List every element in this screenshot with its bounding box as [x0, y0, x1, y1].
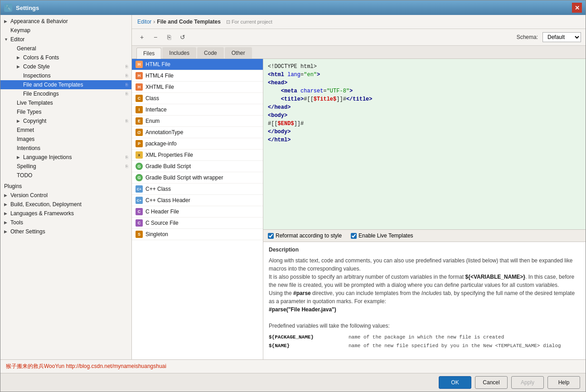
sidebar-item-todo[interactable]: TODO: [0, 171, 131, 180]
sidebar-label-todo: TODO: [17, 172, 32, 179]
file-item-singleton[interactable]: S Singleton: [132, 229, 263, 240]
file-item-c-header[interactable]: C C Header File: [132, 206, 263, 218]
sidebar-item-spelling[interactable]: Spelling ⎘: [0, 162, 131, 171]
reformat-label: Reformat according to style: [276, 232, 342, 239]
sidebar-item-file-types[interactable]: File Types: [0, 107, 131, 116]
sidebar-label-version-control: Version Control: [10, 192, 48, 198]
sidebar-item-emmet[interactable]: Emmet: [0, 126, 131, 135]
file-item-interface[interactable]: I Interface: [132, 104, 263, 116]
live-templates-checkbox-label[interactable]: Enable Live Templates: [351, 232, 413, 239]
sidebar-label-file-encodings: File Encodings: [23, 91, 59, 97]
sidebar-item-version-control[interactable]: ▶ Version Control: [0, 191, 131, 200]
live-templates-checkbox[interactable]: [351, 233, 357, 239]
file-item-package-info[interactable]: P package-info: [132, 138, 263, 150]
title-bar-left: 🔧 Settings: [4, 4, 39, 12]
sidebar-item-languages-frameworks[interactable]: ▶ Languages & Frameworks: [0, 209, 131, 218]
code-editor[interactable]: <!DOCTYPE html> <html lang="en"> <head> …: [263, 59, 586, 229]
copy-icon-inspections: ⎘: [126, 73, 128, 78]
sidebar-item-code-style[interactable]: ▶ Code Style ⎘: [0, 62, 131, 71]
file-item-c-source[interactable]: C C Source File: [132, 218, 263, 229]
options-bar: Reformat according to style Enable Live …: [263, 229, 586, 242]
expand-arrow-languages: ▶: [4, 211, 9, 216]
sidebar-item-file-code-templates[interactable]: ▶ File and Code Templates ⎘: [0, 80, 131, 89]
ok-button[interactable]: OK: [439, 376, 471, 389]
reformat-checkbox-label[interactable]: Reformat according to style: [268, 232, 342, 239]
file-item-html4[interactable]: H HTML4 File: [132, 70, 263, 82]
file-item-label-c-source: C Source File: [145, 220, 179, 226]
file-item-cpp-header[interactable]: C+ C++ Class Header: [132, 195, 263, 206]
sidebar-item-general[interactable]: General: [0, 44, 131, 53]
sidebar-item-file-encodings[interactable]: ▶ File Encodings ⎘: [0, 89, 131, 98]
enum-file-icon: E: [136, 117, 143, 125]
interface-file-icon: I: [136, 106, 143, 113]
apply-button[interactable]: Apply: [511, 376, 544, 389]
description-body: Along with static text, code and comment…: [269, 256, 580, 349]
cancel-button[interactable]: Cancel: [475, 376, 508, 389]
schema-dropdown[interactable]: Default Project: [542, 32, 581, 42]
expand-arrow-tools: ▶: [4, 220, 9, 225]
file-item-label-enum: Enum: [145, 118, 160, 124]
file-item-label-singleton: Singleton: [145, 231, 168, 237]
var-table: ${PACKAGE_NAME} name of the package in w…: [269, 334, 580, 349]
expand-arrow-build: ▶: [4, 202, 9, 207]
file-item-cpp-class[interactable]: C+ C++ Class: [132, 184, 263, 195]
sidebar-item-copyright[interactable]: ▶ Copyright ⎘: [0, 116, 131, 126]
tab-code[interactable]: Code: [197, 47, 224, 58]
sidebar-item-inspections[interactable]: ▶ Inspections ⎘: [0, 71, 131, 80]
close-button[interactable]: ✕: [572, 3, 582, 13]
sidebar-label-file-code-templates: File and Code Templates: [23, 82, 83, 88]
copy-icon-encodings: ⎘: [126, 92, 128, 96]
file-list: H HTML File H HTML4 File H XHTML File C …: [132, 59, 263, 359]
tab-other[interactable]: Other: [225, 47, 252, 58]
sidebar-item-plugins[interactable]: Plugins: [0, 182, 131, 191]
add-template-button[interactable]: +: [136, 32, 147, 43]
var-row-name: ${NAME} name of the new file specified b…: [269, 342, 580, 350]
sidebar-item-live-templates[interactable]: Live Templates: [0, 98, 131, 107]
xml-file-icon: X: [136, 151, 143, 159]
sidebar-item-build-execution[interactable]: ▶ Build, Execution, Deployment: [0, 200, 131, 209]
breadcrumb-parent[interactable]: Editor: [137, 19, 151, 25]
class-file-icon: C: [136, 95, 143, 102]
breadcrumb-current: File and Code Templates: [157, 19, 220, 25]
sidebar-item-tools[interactable]: ▶ Tools: [0, 218, 131, 227]
sidebar-item-language-injections[interactable]: ▶ Language Injections ⎘: [0, 153, 131, 162]
template-panel: H HTML File H HTML4 File H XHTML File C …: [132, 59, 586, 359]
file-item-label-package-info: package-info: [145, 140, 177, 147]
sidebar-item-appearance[interactable]: ▶ Appearance & Behavior: [0, 17, 131, 26]
sidebar-item-intentions[interactable]: Intentions: [0, 144, 131, 153]
file-item-class[interactable]: C Class: [132, 93, 263, 104]
copy-icon-copyright: ⎘: [126, 119, 128, 123]
copy-icon-spelling: ⎘: [126, 164, 128, 169]
sidebar-item-images[interactable]: Images: [0, 135, 131, 144]
xhtml-file-icon: H: [136, 83, 143, 91]
settings-window: 🔧 Settings ✕ ▶ Appearance & Behavior ▶ K…: [0, 0, 586, 392]
file-item-xhtml[interactable]: H XHTML File: [132, 82, 263, 93]
sidebar-label-appearance: Appearance & Behavior: [10, 18, 68, 24]
sidebar-label-file-types: File Types: [17, 109, 41, 115]
sidebar-label-keymap: Keymap: [10, 27, 30, 34]
file-item-xml-properties[interactable]: X XML Properties File: [132, 150, 263, 161]
remove-template-button[interactable]: −: [150, 32, 161, 43]
reformat-checkbox[interactable]: [268, 233, 274, 239]
sidebar-label-languages-frameworks: Languages & Frameworks: [10, 210, 74, 217]
sidebar-label-editor: Editor: [10, 36, 24, 43]
sidebar-label-live-templates: Live Templates: [17, 100, 53, 106]
help-button[interactable]: Help: [547, 376, 580, 389]
copy-icon-lang-inject: ⎘: [126, 155, 128, 160]
sidebar-item-keymap[interactable]: ▶ Keymap: [0, 26, 131, 35]
copy-template-button[interactable]: ⎘: [164, 32, 174, 43]
sidebar-item-other-settings[interactable]: ▶ Other Settings: [0, 227, 131, 236]
file-item-gradle-wrapper[interactable]: G Gradle Build Script with wrapper: [132, 172, 263, 184]
file-item-gradle-build[interactable]: G Gradle Build Script: [132, 161, 263, 172]
file-item-enum[interactable]: E Enum: [132, 116, 263, 127]
sidebar-item-colors-fonts[interactable]: ▶ Colors & Fonts: [0, 53, 131, 62]
file-item-annotation[interactable]: @ AnnotationType: [132, 127, 263, 138]
sidebar-label-general: General: [17, 45, 36, 52]
tab-includes[interactable]: Includes: [162, 47, 196, 58]
restore-template-button[interactable]: ↺: [177, 32, 188, 43]
tab-files[interactable]: Files: [136, 48, 161, 59]
file-item-html[interactable]: H HTML File: [132, 59, 263, 70]
sidebar-item-editor[interactable]: ▼ Editor: [0, 35, 131, 44]
sidebar-label-tools: Tools: [10, 219, 23, 226]
action-bar: OK Cancel Apply Help: [0, 373, 586, 392]
